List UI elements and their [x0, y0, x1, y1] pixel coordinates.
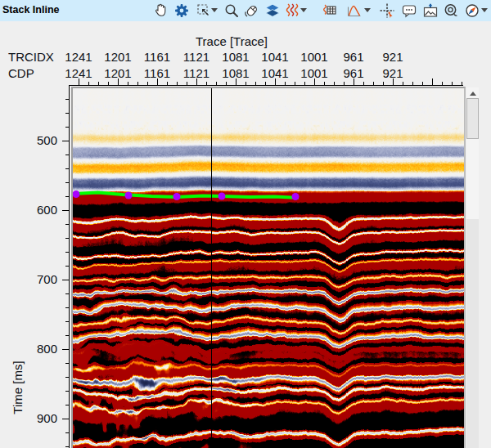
trace-minor-tick: [462, 82, 462, 85]
cdp-row-label: CDP: [8, 67, 34, 80]
trace-minor-tick: [246, 82, 246, 85]
trace-major-tick: [157, 78, 158, 85]
layers-icon[interactable]: [264, 2, 282, 20]
trace-major-tick: [354, 78, 354, 85]
scrollbar-thumb[interactable]: [466, 98, 479, 139]
scrollbar-track-lower[interactable]: [466, 219, 479, 448]
time-minor-tick: [65, 446, 69, 447]
trace-minor-tick: [442, 82, 443, 85]
time-minor-tick: [65, 363, 69, 364]
time-minor-tick: [65, 238, 69, 239]
snapshot-image-icon[interactable]: [421, 2, 439, 20]
select-mode-icon[interactable]: [195, 2, 213, 20]
time-minor-tick: [65, 224, 69, 225]
trace-minor-tick: [206, 82, 207, 85]
trace-minor-tick: [285, 82, 286, 85]
select-mode-dropdown-arrow[interactable]: [211, 8, 218, 12]
trace-minor-tick: [452, 82, 453, 85]
time-major-tick: [62, 141, 69, 141]
orientation-compass-dropdown-arrow[interactable]: [481, 8, 488, 12]
trace-major-tick: [314, 78, 315, 85]
trcidx-row-label: TRCIDX: [8, 51, 54, 64]
time-minor-tick: [65, 377, 69, 378]
trace-minor-tick: [373, 82, 374, 85]
seismic-image[interactable]: [73, 88, 464, 448]
trace-minor-tick: [304, 82, 305, 85]
trace-minor-tick: [167, 82, 168, 85]
time-value-700: 700: [23, 273, 57, 286]
time-major-tick: [62, 419, 69, 419]
time-minor-tick: [65, 321, 69, 322]
time-axis-label: Time [ms]: [11, 355, 25, 420]
time-value-600: 600: [23, 204, 57, 217]
trace-minor-tick: [334, 82, 335, 85]
trace-minor-tick: [147, 82, 148, 85]
trace-minor-tick: [128, 82, 128, 85]
time-value-500: 500: [23, 134, 57, 147]
histogram-curve-icon[interactable]: [345, 2, 363, 20]
trace-minor-tick: [137, 82, 138, 85]
pan-hand-icon[interactable]: [152, 2, 170, 20]
positioning-crosshair-icon[interactable]: [378, 2, 396, 20]
trace-minor-tick: [363, 82, 364, 85]
scrollbar-up-button[interactable]: [466, 87, 479, 98]
time-minor-tick: [65, 113, 69, 114]
time-axis-line: [69, 85, 70, 448]
trace-major-tick: [393, 78, 394, 85]
time-major-tick: [62, 210, 69, 211]
scrollbar-up-arrow-icon: [470, 92, 476, 96]
orientation-compass-icon[interactable]: [463, 2, 481, 20]
trace-minor-tick: [422, 82, 423, 85]
trace-minor-tick: [412, 82, 413, 85]
zoom-q-icon[interactable]: [442, 2, 460, 20]
vertical-scrollbar[interactable]: [466, 87, 479, 448]
trace-axis-title: Trace [Trace]: [150, 35, 313, 48]
trace-minor-tick: [403, 82, 403, 85]
crosshair-line: [211, 88, 212, 448]
trace-minor-tick: [295, 82, 295, 85]
time-minor-tick: [65, 182, 69, 183]
time-minor-tick: [65, 335, 69, 336]
time-minor-tick: [65, 293, 69, 294]
time-minor-tick: [65, 266, 69, 267]
time-minor-tick: [65, 391, 69, 392]
seismic-plot-frame: [71, 87, 466, 448]
toolbar: Stack Inline: [0, 0, 491, 21]
time-minor-tick: [65, 168, 69, 169]
trace-major-tick: [196, 78, 197, 85]
trace-minor-tick: [216, 82, 217, 85]
trcidx-value-921: 921: [370, 51, 416, 64]
trace-major-tick: [275, 78, 276, 85]
mouse-pick-icon[interactable]: [243, 2, 261, 20]
time-minor-tick: [65, 405, 69, 405]
time-major-tick: [62, 349, 69, 350]
trace-minor-tick: [98, 82, 99, 85]
trace-minor-tick: [177, 82, 178, 85]
trace-minor-tick: [108, 82, 109, 85]
trace-major-tick: [79, 78, 79, 85]
time-value-900: 900: [23, 412, 57, 425]
trace-minor-tick: [187, 82, 187, 85]
wiggle-display-dropdown-arrow[interactable]: [300, 8, 307, 12]
time-minor-tick: [65, 127, 69, 128]
trace-minor-tick: [383, 82, 384, 85]
wiggle-display-icon[interactable]: [283, 2, 301, 20]
scrollbar-track-upper[interactable]: [466, 139, 479, 219]
spreadsheet-wiggle-icon[interactable]: [321, 2, 339, 20]
trace-minor-tick: [88, 82, 89, 85]
viewer-window: Stack Inline Trace [Trace] TRCIDX CDP 12…: [0, 0, 491, 448]
zoom-magnifier-icon[interactable]: [223, 2, 241, 20]
time-minor-tick: [65, 99, 69, 100]
time-major-tick: [62, 280, 69, 280]
trace-major-tick: [432, 78, 433, 85]
trace-minor-tick: [265, 82, 266, 85]
settings-gear-icon[interactable]: [173, 2, 191, 20]
annotation-bubble-icon[interactable]: [400, 2, 418, 20]
trace-major-tick: [118, 78, 119, 85]
trace-minor-tick: [255, 82, 256, 85]
trace-minor-tick: [324, 82, 325, 85]
time-value-800: 800: [23, 343, 57, 356]
trace-axis-baseline: [69, 85, 463, 86]
histogram-curve-dropdown-arrow[interactable]: [364, 8, 371, 12]
trace-minor-tick: [344, 82, 345, 85]
